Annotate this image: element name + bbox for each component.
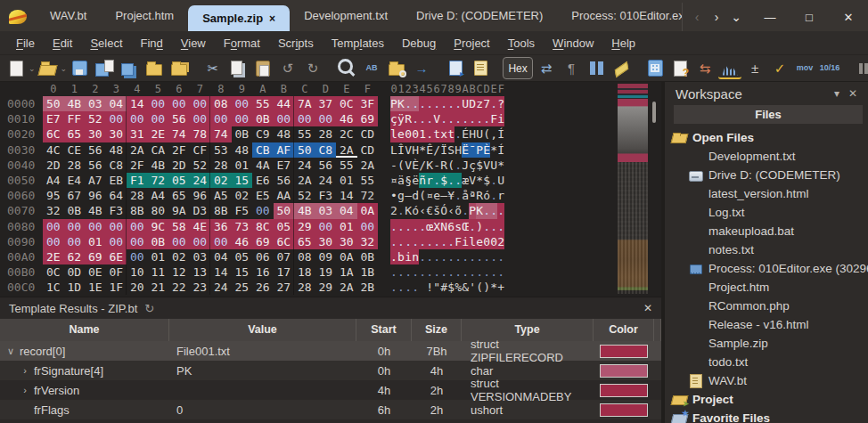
replace-button[interactable]: AB (360, 57, 383, 79)
hex-byte[interactable]: D3 (190, 203, 211, 218)
hex-byte[interactable]: 00 (274, 111, 295, 126)
ascii-char[interactable]: ) (483, 280, 490, 295)
menu-find[interactable]: Find (132, 34, 172, 53)
ascii-char[interactable]: D (469, 96, 476, 111)
ascii-char[interactable]: . (419, 111, 426, 126)
hex-byte[interactable]: 1A (336, 264, 357, 280)
checksum-button[interactable]: ✓ (768, 57, 791, 79)
menu-tools[interactable]: Tools (499, 34, 544, 53)
ascii-char[interactable]: 2 (390, 203, 397, 218)
tree-item-rcommon-php[interactable]: RCommon.php (665, 297, 868, 315)
expander-down-icon[interactable]: ∨ (5, 346, 16, 357)
data-minimap[interactable] (618, 84, 648, 294)
ascii-char[interactable]: - (390, 158, 397, 173)
hex-byte[interactable]: 31 (127, 126, 148, 142)
hex-byte[interactable]: 2B (357, 280, 379, 295)
tree-item-project-htm[interactable]: Project.htm (665, 278, 868, 297)
tab-process-010editor-exe-30296[interactable]: Process: 010Editor.exe (30296) (557, 0, 682, 31)
column-mode-button[interactable] (585, 57, 608, 79)
ascii-char[interactable]: . (426, 96, 433, 111)
column-header-start[interactable]: Start (356, 319, 412, 341)
hex-byte[interactable]: 29 (294, 219, 315, 234)
paste-button[interactable] (251, 57, 274, 79)
template-result-row[interactable]: ∨record[0]File001.txt0h7Bhstruct ZIPFILE… (0, 341, 661, 361)
ascii-char[interactable]: U (476, 126, 483, 142)
hex-byte[interactable]: 24 (210, 280, 232, 295)
template-result-row[interactable]: ›frVersion4h2hstruct VERSIONMADEBY (0, 380, 661, 400)
ascii-char[interactable]: . (497, 219, 504, 234)
find-in-files-button[interactable] (385, 57, 408, 79)
hex-byte[interactable]: 72 (148, 173, 169, 188)
ascii-char[interactable]: r (426, 173, 433, 188)
menu-window[interactable]: Window (544, 34, 602, 53)
ascii-char[interactable]: * (476, 173, 483, 188)
hex-byte[interactable]: 08 (294, 249, 315, 264)
hex-scrollbar-thumb[interactable] (652, 102, 656, 123)
ascii-char[interactable]: . (497, 249, 504, 264)
hex-byte[interactable]: C8 (315, 142, 337, 158)
ascii-char[interactable]: . (447, 111, 454, 126)
hex-byte[interactable]: 12 (168, 264, 190, 280)
ascii-char[interactable]: l (390, 126, 397, 142)
hex-byte[interactable]: 4B (85, 203, 106, 218)
ascii-char[interactable]: / (419, 158, 426, 173)
ascii-char[interactable]: ë (412, 173, 419, 188)
hex-byte[interactable]: 6E (106, 249, 127, 264)
ascii-char[interactable]: ¤ (390, 173, 397, 188)
hex-byte[interactable]: 2A (336, 280, 357, 295)
hex-byte[interactable]: F5 (232, 203, 253, 218)
ascii-char[interactable]: . (440, 264, 447, 280)
hex-byte[interactable]: 2F (127, 158, 148, 173)
ascii-char[interactable]: l (469, 234, 476, 249)
hex-byte[interactable]: FF (64, 111, 86, 126)
ascii-char[interactable]: J (462, 158, 469, 173)
hex-byte[interactable]: 19 (315, 264, 337, 280)
hex-byte[interactable]: 00 (148, 96, 169, 111)
hex-byte[interactable]: 00 (168, 234, 190, 249)
hex-byte[interactable]: 00 (357, 219, 379, 234)
hex-byte[interactable]: F3 (106, 203, 127, 218)
ascii-column[interactable]: -(VÈ/K-R(.Jç$VU* (390, 158, 504, 173)
ascii-char[interactable]: t (447, 126, 454, 142)
ascii-char[interactable]: ' (469, 280, 476, 295)
hex-byte[interactable]: 69 (85, 249, 106, 264)
ascii-char[interactable]: . (497, 203, 504, 218)
ascii-char[interactable]: Ï (440, 142, 447, 158)
ascii-char[interactable]: . (419, 96, 426, 111)
ascii-column[interactable]: LÎVH*Ê/ÏSHË¯PÈ*Í (390, 142, 504, 158)
ascii-char[interactable]: V (483, 158, 490, 173)
ascii-char[interactable]: . (440, 111, 447, 126)
ascii-char[interactable]: & (462, 280, 469, 295)
save-all-button[interactable] (118, 57, 141, 79)
hex-byte[interactable]: 00 (148, 111, 169, 126)
hex-byte[interactable]: 74 (168, 126, 190, 142)
hex-byte[interactable]: 73 (232, 219, 253, 234)
ascii-char[interactable]: . (447, 249, 454, 264)
hex-byte[interactable]: 52 (190, 158, 211, 173)
ascii-char[interactable]: . (412, 280, 419, 295)
tab-scroll-right-icon[interactable]: › (708, 10, 725, 24)
ascii-char[interactable]: š (433, 203, 440, 218)
column-header-color[interactable]: Color (594, 319, 654, 341)
ascii-char[interactable]: F (454, 234, 462, 249)
tab-project-htm[interactable]: Project.htm (101, 0, 188, 31)
ascii-char[interactable]: 6 (447, 219, 454, 234)
hex-byte[interactable]: 2E (43, 249, 64, 264)
show-whitespace-button[interactable]: ¶ (560, 57, 583, 79)
ascii-char[interactable]: ‹ (419, 203, 426, 218)
ascii-char[interactable]: $ (440, 173, 447, 188)
hex-byte[interactable]: 1D (64, 280, 86, 295)
hex-byte[interactable]: 20 (127, 280, 148, 295)
hex-byte[interactable]: 28 (64, 158, 86, 173)
close-button[interactable]: ✕ (829, 3, 868, 31)
hex-byte[interactable]: 1C (43, 280, 64, 295)
hex-byte[interactable]: E7 (43, 111, 64, 126)
save-button[interactable] (68, 57, 91, 79)
ascii-char[interactable]: S (447, 142, 454, 158)
ascii-char[interactable]: . (419, 234, 426, 249)
ascii-char[interactable]: . (490, 219, 497, 234)
hex-byte[interactable]: 13 (190, 264, 211, 280)
hex-byte[interactable]: 16 (252, 264, 274, 280)
hex-byte[interactable]: 62 (64, 249, 86, 264)
ascii-char[interactable]: 1 (419, 126, 426, 142)
